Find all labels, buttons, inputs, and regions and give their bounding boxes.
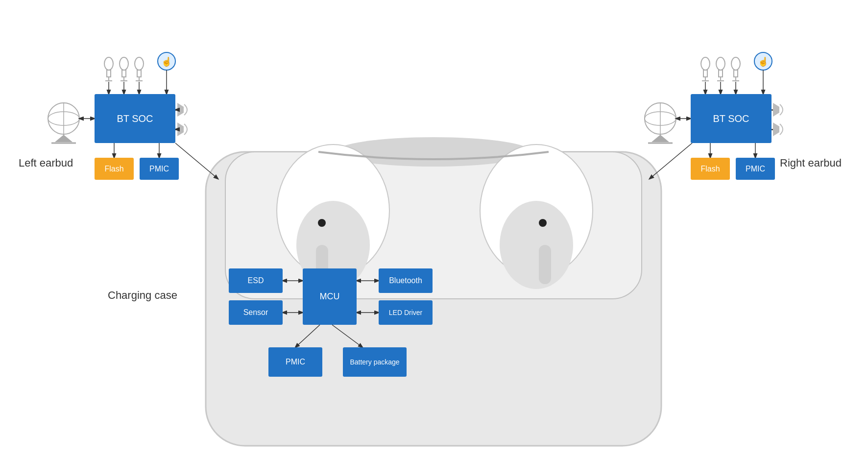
charging-case-label: Charging case — [108, 289, 177, 302]
left-flash-block: Flash — [95, 158, 134, 180]
left-earbud-label: Left earbud — [19, 157, 73, 169]
case-led-block: LED Driver — [379, 300, 433, 325]
case-bluetooth-block: Bluetooth — [379, 268, 433, 293]
svg-line-83 — [295, 325, 320, 347]
svg-line-84 — [332, 325, 362, 347]
case-esd-block: ESD — [229, 268, 283, 293]
svg-marker-33 — [55, 135, 72, 142]
right-bt-soc-block: BT SOC — [691, 94, 772, 143]
case-battery-block: Battery package — [343, 347, 407, 377]
svg-point-64 — [645, 112, 676, 125]
svg-point-30 — [48, 112, 79, 125]
svg-point-19 — [135, 57, 144, 70]
svg-rect-46 — [703, 70, 707, 77]
svg-line-78 — [650, 143, 692, 179]
svg-point-23 — [158, 52, 175, 70]
svg-text:☝: ☝ — [758, 56, 769, 67]
svg-point-10 — [539, 219, 547, 227]
svg-marker-70 — [773, 103, 779, 117]
case-sensor-block: Sensor — [229, 300, 283, 325]
svg-line-44 — [175, 143, 218, 179]
right-earbud-label: Right earbud — [780, 157, 842, 169]
svg-rect-54 — [734, 70, 738, 77]
svg-point-45 — [701, 57, 710, 70]
svg-point-57 — [754, 52, 772, 70]
svg-text:☝: ☝ — [161, 56, 172, 67]
right-pmic-block: PMIC — [736, 158, 775, 180]
svg-point-53 — [731, 57, 740, 70]
svg-point-3 — [277, 145, 389, 277]
svg-rect-50 — [719, 70, 723, 77]
svg-marker-38 — [177, 122, 184, 136]
svg-rect-12 — [107, 70, 111, 77]
svg-point-63 — [645, 103, 676, 134]
diagram-svg: ☝ — [0, 0, 868, 460]
svg-rect-16 — [122, 70, 126, 77]
right-flash-block: Flash — [691, 158, 730, 180]
svg-point-11 — [104, 57, 113, 70]
svg-rect-1 — [225, 152, 642, 299]
svg-point-49 — [716, 57, 725, 70]
svg-marker-67 — [651, 135, 669, 142]
svg-rect-0 — [206, 152, 661, 446]
svg-point-15 — [120, 57, 128, 70]
svg-rect-9 — [539, 245, 551, 284]
svg-point-7 — [480, 145, 593, 277]
svg-point-8 — [500, 201, 573, 289]
left-bt-soc-block: BT SOC — [95, 94, 175, 143]
svg-point-6 — [318, 219, 326, 227]
svg-marker-36 — [177, 103, 184, 117]
case-mcu-block: MCU — [303, 268, 357, 325]
svg-point-29 — [48, 103, 79, 134]
svg-point-2 — [336, 137, 531, 167]
case-pmic-block: PMIC — [268, 347, 322, 377]
diagram-container: ☝ — [0, 0, 868, 460]
svg-rect-20 — [137, 70, 141, 77]
svg-marker-72 — [773, 122, 779, 136]
left-pmic-block: PMIC — [140, 158, 179, 180]
